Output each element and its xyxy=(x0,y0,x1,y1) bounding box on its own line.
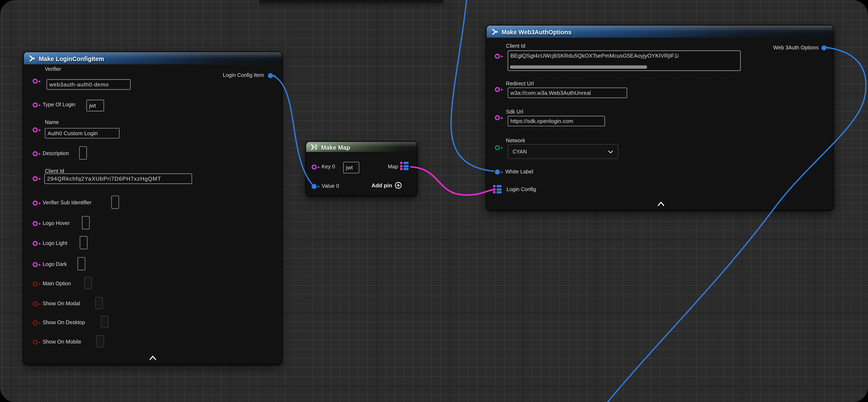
verifier-label: Verifier xyxy=(45,66,61,72)
collapse-node-arrow-icon[interactable] xyxy=(657,202,665,206)
add-pin-button[interactable]: Add pin xyxy=(371,182,402,189)
verifier-input[interactable]: web3auth-auth0-demo xyxy=(46,79,131,90)
node-make-loginconfigitem[interactable]: Make LoginConfigItem Login Config Item V… xyxy=(23,52,282,365)
wire-map-to-login-config[interactable] xyxy=(410,167,495,195)
client-id-label: Client Id xyxy=(506,43,525,49)
logo-light-pin[interactable] xyxy=(33,241,38,246)
logo-hover-input[interactable] xyxy=(82,216,90,229)
sdk-url-label: Sdk Url xyxy=(506,109,523,115)
logo-light-label: Logo Light xyxy=(43,240,67,246)
offscreen-node-edge xyxy=(259,0,443,3)
value0-label: Value 0 xyxy=(321,183,339,189)
map-output-label: Map xyxy=(388,163,398,169)
chevron-down-icon xyxy=(608,150,613,153)
client-id-pin[interactable] xyxy=(495,54,500,59)
output-pin-login-config-item[interactable] xyxy=(268,73,273,78)
main-option-pin[interactable] xyxy=(33,282,38,287)
type-of-login-input[interactable]: jwt xyxy=(86,100,104,111)
client-id-pin[interactable] xyxy=(33,176,38,181)
add-pin-plus-icon xyxy=(395,182,402,189)
main-option-checkbox[interactable] xyxy=(84,277,92,289)
logo-dark-label: Logo Dark xyxy=(43,261,67,267)
show-on-desktop-checkbox[interactable] xyxy=(101,316,108,328)
redirect-url-pin[interactable] xyxy=(495,87,500,92)
description-input[interactable] xyxy=(79,146,87,160)
name-label: Name xyxy=(45,119,59,125)
make-struct-icon xyxy=(491,28,498,35)
show-on-modal-label: Show On Modal xyxy=(43,300,80,306)
node-title: Make LoginConfigItem xyxy=(39,55,104,62)
network-dropdown[interactable]: CYAN xyxy=(507,144,618,159)
verifier-sub-identifier-label: Verifier Sub Identifier xyxy=(43,200,91,206)
show-on-mobile-pin[interactable] xyxy=(33,340,38,345)
verifier-pin[interactable] xyxy=(33,79,38,84)
white-label-pin[interactable] xyxy=(495,169,500,174)
output-pin-label: Login Config Item xyxy=(223,72,264,78)
sdk-url-input[interactable]: https://sdk.openlogin.com xyxy=(507,116,605,126)
client-id-label: Client Id xyxy=(45,168,64,174)
name-pin[interactable] xyxy=(33,127,38,133)
network-label: Network xyxy=(506,138,525,144)
node-title: Make Web3AuthOptions xyxy=(501,29,571,35)
key0-label: Key 0 xyxy=(321,163,335,169)
client-id-input[interactable]: 294QRkchfq2YaXUbPri7D6PH7xzHgQMT xyxy=(44,173,192,184)
client-id-value: BEglQSgt4cUWcj6SKRdu5QkOXTsePmMcusG5EAoy… xyxy=(510,53,679,59)
network-pin[interactable] xyxy=(495,145,500,150)
logo-light-input[interactable] xyxy=(80,236,87,249)
white-label-label: White Label xyxy=(505,168,533,174)
add-pin-label: Add pin xyxy=(371,182,392,189)
login-config-label: Login Config xyxy=(506,186,536,192)
redirect-url-input[interactable]: w3a://com.w3a.Web3AuthUnreal xyxy=(507,87,627,98)
value0-pin[interactable] xyxy=(312,184,317,189)
description-pin[interactable] xyxy=(33,151,38,156)
make-struct-icon xyxy=(28,55,35,62)
client-id-scrollbar[interactable] xyxy=(510,65,647,69)
login-config-pin[interactable] xyxy=(493,185,501,194)
logo-dark-pin[interactable] xyxy=(33,262,38,267)
show-on-desktop-pin[interactable] xyxy=(33,320,38,325)
show-on-modal-pin[interactable] xyxy=(33,302,38,307)
type-of-login-label: Type Of Login xyxy=(43,101,75,108)
node-header-make-map[interactable]: Make Map xyxy=(306,142,417,152)
node-make-map[interactable]: Make Map Key 0 jwt Map Value 0 Add pin xyxy=(306,141,417,196)
show-on-modal-checkbox[interactable] xyxy=(95,297,103,309)
output-pin-web3auth-options[interactable] xyxy=(822,46,827,51)
key0-pin[interactable] xyxy=(312,165,317,170)
logo-hover-label: Logo Hover xyxy=(43,220,70,226)
show-on-mobile-checkbox[interactable] xyxy=(96,335,104,347)
blueprint-editor-window: Make LoginConfigItem Login Config Item V… xyxy=(0,0,868,402)
output-pin-label: Web 3Auth Options xyxy=(773,45,819,51)
show-on-desktop-label: Show On Desktop xyxy=(43,319,85,325)
collapse-node-arrow-icon[interactable] xyxy=(149,356,157,360)
main-option-label: Main Option xyxy=(43,280,71,286)
node-make-web3authoptions[interactable]: Make Web3AuthOptions Web 3Auth Options C… xyxy=(486,25,834,211)
network-selected-value: CYAN xyxy=(513,148,608,154)
node-header-make-web3authoptions[interactable]: Make Web3AuthOptions xyxy=(487,25,833,38)
make-map-icon xyxy=(310,144,318,151)
show-on-mobile-label: Show On Mobile xyxy=(43,339,81,345)
client-id-input[interactable]: BEglQSgt4cUWcj6SKRdu5QkOXTsePmMcusG5EAoy… xyxy=(507,51,741,71)
logo-dark-input[interactable] xyxy=(78,257,85,270)
key0-input[interactable]: jwt xyxy=(343,162,359,173)
map-output-pin[interactable] xyxy=(400,162,408,170)
type-of-login-pin[interactable] xyxy=(33,103,38,108)
logo-hover-pin[interactable] xyxy=(33,221,38,226)
node-header-make-loginconfigitem[interactable]: Make LoginConfigItem xyxy=(24,52,282,64)
verifier-sub-identifier-pin[interactable] xyxy=(33,201,38,206)
name-input[interactable]: Auth0 Custom Login xyxy=(45,128,120,139)
verifier-sub-identifier-input[interactable] xyxy=(111,196,119,209)
sdk-url-pin[interactable] xyxy=(495,115,500,120)
node-title: Make Map xyxy=(321,144,350,150)
description-label: Description xyxy=(43,150,69,156)
redirect-url-label: Redirect Url xyxy=(506,80,534,86)
blueprint-graph-canvas[interactable]: Make LoginConfigItem Login Config Item V… xyxy=(0,0,868,402)
